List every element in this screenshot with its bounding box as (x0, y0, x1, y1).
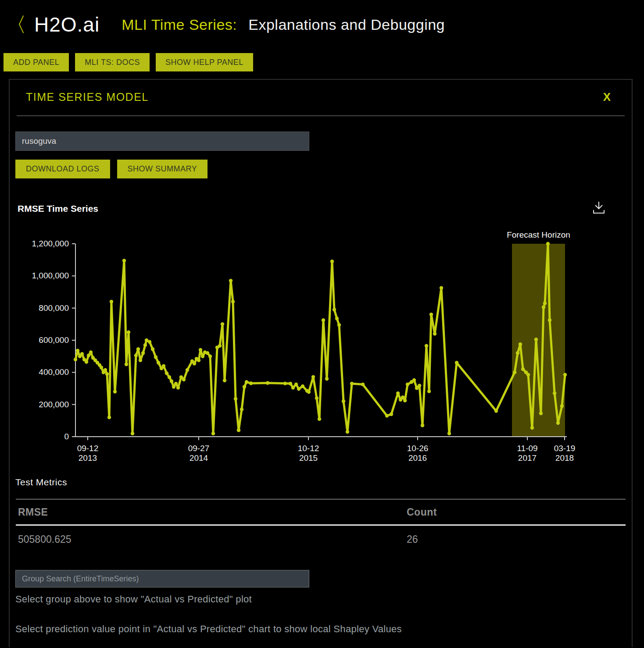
app-title: MLI Time Series: (122, 16, 237, 33)
show-summary-button[interactable]: SHOW SUMMARY (117, 160, 208, 178)
rmse-value: 505800.625 (18, 534, 407, 545)
add-panel-button[interactable]: ADD PANEL (4, 53, 69, 71)
table-row: 505800.625 26 (10, 526, 632, 552)
panel-divider (17, 115, 625, 116)
panel-title: TIME SERIES MODEL (26, 91, 149, 103)
svg-text:Forecast Horizon: Forecast Horizon (507, 230, 570, 239)
svg-text:2018: 2018 (555, 453, 574, 463)
select-group-hint: Select group above to show "Actual vs Pr… (15, 594, 632, 605)
svg-text:2017: 2017 (518, 453, 537, 463)
model-name-input[interactable] (15, 132, 309, 151)
back-button[interactable]: 〈 (6, 14, 26, 35)
svg-text:600,000: 600,000 (39, 335, 69, 345)
column-header-count: Count (407, 506, 632, 518)
svg-text:10-26: 10-26 (407, 444, 429, 453)
svg-text:800,000: 800,000 (39, 303, 69, 313)
table-header-row: RMSE Count (10, 499, 632, 524)
svg-text:09-12: 09-12 (77, 444, 99, 453)
download-logs-button[interactable]: DOWNLOAD LOGS (15, 160, 110, 178)
svg-text:2016: 2016 (408, 453, 427, 463)
svg-text:400,000: 400,000 (39, 367, 69, 377)
rmse-time-series-chart[interactable]: Forecast Horizon0200,000400,000600,00080… (10, 223, 632, 468)
svg-text:200,000: 200,000 (39, 400, 69, 409)
select-prediction-hint: Select prediction value point in "Actual… (15, 623, 632, 635)
svg-text:0: 0 (64, 432, 69, 441)
group-search-input[interactable] (15, 570, 309, 587)
svg-text:03-19: 03-19 (554, 444, 576, 453)
chart-header: RMSE Time Series (18, 199, 605, 218)
app-subtitle: Explanations and Debugging (248, 16, 445, 33)
app-header: 〈 H2O.ai MLI Time Series: Explanations a… (0, 0, 644, 49)
metrics-heading: Test Metrics (15, 477, 632, 488)
close-panel-button[interactable]: X (603, 90, 611, 104)
mli-ts-docs-button[interactable]: MLI TS: DOCS (75, 53, 150, 71)
svg-text:2015: 2015 (299, 453, 318, 463)
svg-text:10-12: 10-12 (298, 444, 319, 453)
svg-text:2014: 2014 (190, 453, 208, 463)
svg-text:1,200,000: 1,200,000 (32, 239, 69, 248)
time-series-model-panel: TIME SERIES MODEL X DOWNLOAD LOGS SHOW S… (9, 79, 633, 647)
top-toolbar: ADD PANEL MLI TS: DOCS SHOW HELP PANEL (0, 53, 644, 71)
show-help-panel-button[interactable]: SHOW HELP PANEL (156, 53, 253, 71)
chart-title: RMSE Time Series (18, 203, 98, 214)
svg-text:11-09: 11-09 (517, 444, 537, 453)
metrics-table: RMSE Count 505800.625 26 (10, 499, 632, 552)
download-chart-icon[interactable] (592, 201, 605, 217)
count-value: 26 (407, 534, 632, 545)
brand-logo: H2O.ai (34, 13, 100, 36)
svg-text:1,000,000: 1,000,000 (32, 271, 69, 280)
svg-text:2013: 2013 (79, 453, 97, 463)
panel-actions: DOWNLOAD LOGS SHOW SUMMARY (15, 160, 632, 178)
svg-text:09-27: 09-27 (188, 444, 210, 453)
panel-header: TIME SERIES MODEL X (10, 80, 632, 104)
column-header-rmse: RMSE (18, 506, 407, 518)
